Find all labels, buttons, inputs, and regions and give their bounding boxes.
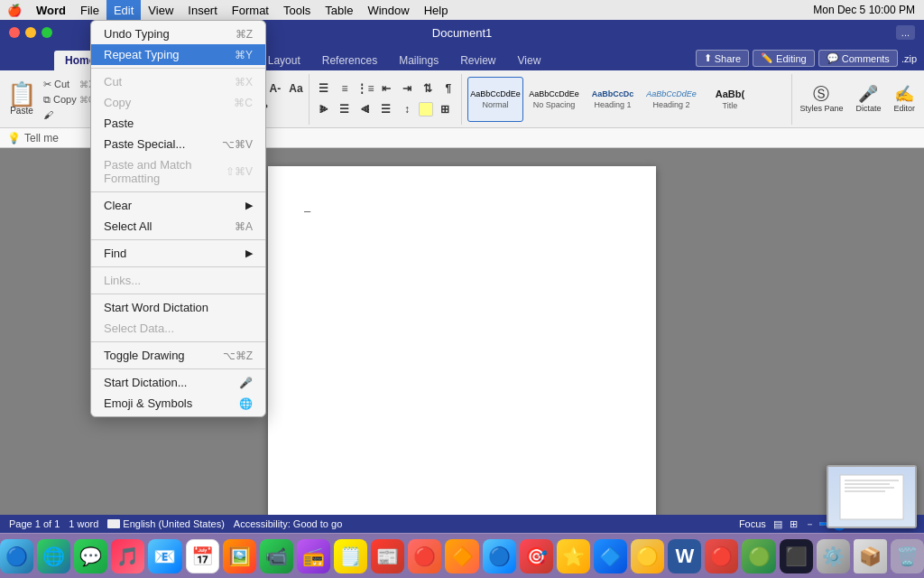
separator-7 — [91, 368, 265, 369]
apple-menu[interactable]: 🍎 — [0, 0, 29, 20]
edit-menu[interactable]: Edit — [106, 0, 141, 20]
menu-item-paste[interactable]: Paste — [91, 113, 265, 134]
style-heading1[interactable]: AaBbCcDc Heading 1 — [585, 77, 641, 122]
align-right-button[interactable]: ⫷ — [356, 100, 374, 118]
format-menu[interactable]: Format — [225, 0, 276, 20]
dock-app5[interactable]: ⭐ — [557, 539, 590, 573]
maximize-button[interactable] — [42, 27, 52, 38]
tools-menu[interactable]: Tools — [276, 0, 318, 20]
dock-app10[interactable]: ⬛ — [780, 539, 813, 573]
menu-item-undo[interactable]: Undo Typing ⌘Z — [91, 23, 265, 44]
editing-button[interactable]: ✏️ Editing — [753, 50, 815, 67]
dock-trash[interactable]: 🗑️ — [891, 539, 924, 573]
menu-bar: 🍎 Word File Edit View Insert Format Tool… — [0, 0, 924, 20]
styles-pane-icon: Ⓢ — [813, 85, 829, 105]
paste-button[interactable]: 📋 Paste — [7, 82, 36, 116]
dock-messages[interactable]: 💬 — [74, 539, 107, 573]
zoom-out-button[interactable]: － — [805, 517, 815, 531]
focus-button[interactable]: Focus — [739, 518, 766, 529]
menu-item-emoji[interactable]: Emoji & Symbols 🌐 — [91, 393, 265, 414]
dock-app6[interactable]: 🔷 — [594, 539, 627, 573]
editor-button[interactable]: ✍ Editor — [888, 81, 920, 117]
style-no-spacing-label: No Spacing — [533, 100, 576, 109]
dock-photos[interactable]: 🖼️ — [223, 539, 256, 573]
menu-item-select-all[interactable]: Select All ⌘A — [91, 216, 265, 237]
table-menu[interactable]: Table — [318, 0, 360, 20]
tab-mailings[interactable]: Mailings — [388, 51, 449, 70]
style-title-label: Title — [723, 101, 738, 110]
dictate-button[interactable]: 🎤 Dictate — [850, 81, 886, 117]
close-button[interactable] — [9, 27, 20, 38]
layout-icon1: ▤ — [773, 518, 782, 530]
style-no-spacing[interactable]: AaBbCcDdEe No Spacing — [526, 77, 582, 122]
tab-references[interactable]: References — [311, 51, 388, 70]
tab-view[interactable]: View — [507, 51, 552, 70]
window-menu[interactable]: Window — [360, 0, 416, 20]
style-heading2[interactable]: AaBbCcDdEe Heading 2 — [643, 77, 699, 122]
insert-menu[interactable]: Insert — [180, 0, 225, 20]
start-dictation-label: Start Word Dictation — [104, 301, 208, 314]
app-name-menu[interactable]: Word — [29, 0, 73, 20]
menu-item-toggle-drawing[interactable]: Toggle Drawing ⌥⌘Z — [91, 345, 265, 366]
justify-button[interactable]: ☰ — [377, 100, 395, 118]
view-menu[interactable]: View — [141, 0, 180, 20]
comments-button[interactable]: 💬 Comments — [818, 50, 898, 67]
dock-finder[interactable]: 🔵 — [0, 539, 33, 573]
show-marks-button[interactable]: ¶ — [439, 79, 457, 98]
align-center-button[interactable]: ☰ — [336, 100, 354, 118]
bullet-list-button[interactable]: ☰ — [315, 79, 333, 98]
numbered-list-button[interactable]: ≡ — [336, 79, 354, 98]
dock-podcasts[interactable]: 📻 — [297, 539, 330, 573]
dock-word[interactable]: W — [668, 539, 701, 573]
dock-app2[interactable]: 🔶 — [445, 539, 478, 573]
dock-calendar[interactable]: 📅 — [186, 539, 219, 573]
dock-system-prefs[interactable]: ⚙️ — [817, 539, 850, 573]
menu-item-repeat[interactable]: Repeat Typing ⌘Y — [91, 44, 265, 65]
extra-actions-button[interactable]: ... — [896, 25, 915, 40]
style-title[interactable]: AaBb( Title — [702, 77, 758, 122]
align-left-button[interactable]: ⫸ — [315, 100, 333, 118]
share-button[interactable]: ⬆ Share — [696, 50, 749, 67]
style-normal[interactable]: AaBbCcDdEe Normal — [467, 77, 523, 122]
sort-button[interactable]: ⇅ — [419, 79, 437, 98]
style-heading2-label: Heading 2 — [652, 100, 689, 109]
dock-notes[interactable]: 🗒️ — [334, 539, 367, 573]
dock-news[interactable]: 📰 — [371, 539, 404, 573]
dock-downloads[interactable]: 📦 — [854, 539, 887, 573]
dock-mail[interactable]: 📧 — [148, 539, 181, 573]
line-spacing-button[interactable]: ↕ — [398, 100, 416, 118]
document-page[interactable]: – — [268, 166, 656, 515]
menu-item-start-dictation[interactable]: Start Word Dictation — [91, 297, 265, 318]
menu-item-clear[interactable]: Clear ▶ — [91, 195, 265, 216]
language-indicator: English (United States) — [107, 518, 225, 529]
menu-item-dictation[interactable]: Start Dictation... 🎤 — [91, 372, 265, 393]
decrease-indent-button[interactable]: ⇤ — [377, 79, 395, 98]
zip-label: .zip — [901, 53, 917, 64]
file-menu[interactable]: File — [73, 0, 106, 20]
minimize-button[interactable] — [25, 27, 36, 38]
dock-app8[interactable]: 🔴 — [705, 539, 738, 573]
help-menu[interactable]: Help — [417, 0, 456, 20]
dock-safari[interactable]: 🌐 — [37, 539, 70, 573]
decrease-font-button[interactable]: A- — [266, 79, 284, 98]
multilevel-list-button[interactable]: ⋮≡ — [356, 79, 374, 98]
copy-shortcut: ⌘C — [234, 97, 253, 109]
tab-review[interactable]: Review — [449, 51, 506, 70]
menubar-datetime: Mon Dec 5 10:00 PM — [813, 4, 915, 16]
increase-indent-button[interactable]: ⇥ — [398, 79, 416, 98]
dock-app3[interactable]: 🔵 — [483, 539, 516, 573]
editing-label: Editing — [776, 53, 807, 64]
dock-itunes[interactable]: 🎵 — [111, 539, 144, 573]
menu-item-paste-special[interactable]: Paste Special... ⌥⌘V — [91, 134, 265, 154]
dock-app7[interactable]: 🟡 — [631, 539, 664, 573]
styles-pane-button[interactable]: Ⓢ Styles Pane — [794, 81, 848, 117]
border-button[interactable]: ⊞ — [436, 100, 454, 118]
dock-app1[interactable]: 🔴 — [408, 539, 441, 573]
menu-item-find[interactable]: Find ▶ — [91, 243, 265, 264]
dock-app4[interactable]: 🎯 — [520, 539, 553, 573]
clear-format-button[interactable]: Aa — [287, 79, 305, 98]
shading-button[interactable] — [419, 102, 433, 117]
dock-app9[interactable]: 🟢 — [742, 539, 775, 573]
edit-dropdown-menu: Undo Typing ⌘Z Repeat Typing ⌘Y Cut ⌘X C… — [90, 20, 266, 417]
dock-facetime[interactable]: 📹 — [260, 539, 293, 573]
